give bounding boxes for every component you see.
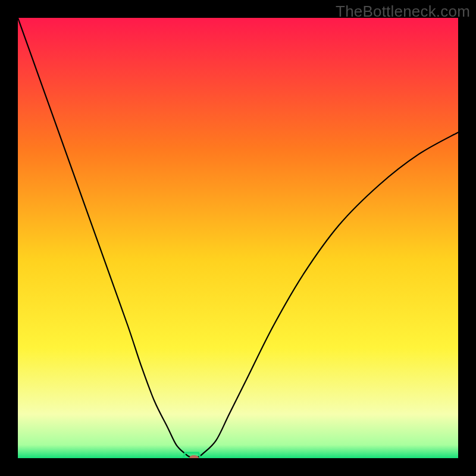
chart-frame: TheBottleneck.com (0, 0, 476, 476)
gradient-background (18, 18, 458, 458)
watermark-text: TheBottleneck.com (336, 2, 470, 21)
bottleneck-chart (18, 18, 458, 458)
